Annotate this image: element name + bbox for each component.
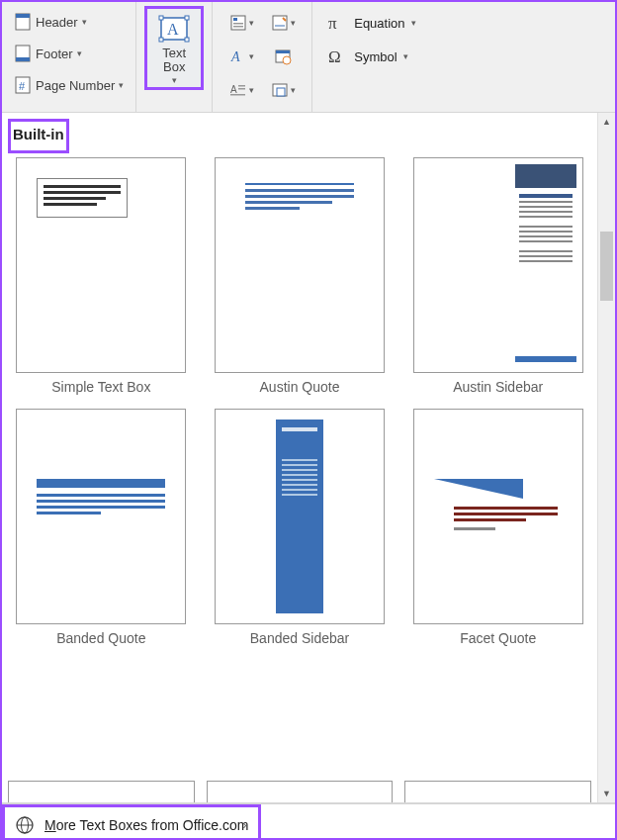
chevron-down-icon: ▾ (172, 75, 177, 85)
header-footer-group: Header ▾ Footer ▾ # Page Number ▾ (2, 2, 136, 112)
chevron-down-icon: ▾ (291, 85, 296, 95)
symbol-icon: Ω (326, 46, 348, 67)
date-time-button[interactable] (262, 40, 304, 73)
text-box-group: A Text Box ▾ (136, 2, 213, 112)
signature-line-button[interactable]: ▾ (262, 6, 304, 40)
menu-label: More Text Boxes from Office.com (44, 817, 248, 833)
svg-rect-13 (233, 18, 237, 21)
page-number-button[interactable]: # Page Number ▾ (10, 69, 128, 101)
chevron-right-icon: › (242, 818, 246, 832)
symbol-label: Symbol (354, 49, 397, 64)
svg-rect-16 (273, 16, 287, 30)
svg-text:π: π (328, 14, 337, 33)
scroll-thumb[interactable] (600, 232, 613, 301)
quick-parts-button[interactable]: ▾ (220, 6, 262, 40)
drop-cap-button[interactable]: A ▾ (220, 73, 262, 107)
equation-button[interactable]: π Equation ▾ (320, 6, 421, 40)
symbols-group: π Equation ▾ Ω Symbol ▾ (312, 2, 429, 112)
page-number-icon: # (14, 76, 32, 94)
equation-label: Equation (354, 16, 404, 31)
svg-rect-24 (230, 94, 245, 96)
header-button[interactable]: Header ▾ (10, 6, 128, 38)
page-number-label: Page Number (36, 78, 115, 93)
object-icon (271, 81, 289, 99)
quick-parts-group: ▾ ▾ A ▾ A ▾ ▾ (213, 2, 312, 112)
tile-caption: Austin Quote (260, 373, 340, 395)
gallery-scrollbar[interactable]: ▲ ▼ (597, 113, 615, 802)
svg-rect-9 (159, 38, 163, 42)
header-icon (14, 13, 32, 31)
text-box-label: Text Box (162, 47, 186, 75)
gallery-area: Built-in Simple Text Box Austin Quote Au… (2, 113, 597, 802)
chevron-down-icon: ▾ (77, 48, 82, 58)
wordart-icon: A (229, 47, 247, 65)
chevron-down-icon: ▾ (403, 51, 408, 61)
svg-rect-23 (238, 88, 245, 90)
chevron-down-icon: ▾ (119, 80, 124, 90)
tile-preview (16, 157, 186, 373)
gallery-footer-menu: More Text Boxes from Office.com › A Draw… (2, 803, 615, 840)
tile-banded-sidebar[interactable]: Banded Sidebar (207, 409, 394, 646)
svg-text:A: A (230, 84, 237, 95)
tile-preview (413, 409, 583, 624)
chevron-down-icon: ▾ (82, 17, 87, 27)
drop-cap-icon: A (229, 81, 247, 99)
tile-preview (215, 409, 385, 624)
header-label: Header (36, 15, 78, 30)
tile-preview (215, 157, 385, 373)
gallery-grid: Simple Text Box Austin Quote Austin Side… (8, 157, 591, 646)
tile-preview (413, 157, 583, 373)
tile-caption: Banded Quote (56, 624, 145, 646)
chevron-down-icon: ▾ (249, 51, 254, 61)
equation-icon: π (326, 12, 348, 34)
wordart-button[interactable]: A ▾ (220, 40, 262, 73)
symbol-button[interactable]: Ω Symbol ▾ (320, 40, 421, 73)
tile-facet-quote[interactable]: Facet Quote (404, 409, 591, 646)
svg-rect-10 (185, 38, 189, 42)
gallery-section-title: Built-in (8, 119, 69, 153)
globe-icon (15, 815, 35, 835)
svg-rect-22 (238, 85, 245, 87)
text-box-icon: A (157, 15, 191, 45)
tile-preview (16, 409, 186, 624)
svg-rect-7 (159, 16, 163, 20)
svg-rect-15 (233, 26, 243, 28)
svg-rect-1 (16, 14, 30, 18)
tile-caption: Banded Sidebar (250, 624, 349, 646)
svg-text:Ω: Ω (328, 47, 341, 66)
more-text-boxes-item[interactable]: More Text Boxes from Office.com › (5, 807, 258, 840)
tile-banded-quote[interactable]: Banded Quote (8, 409, 195, 646)
footer-icon (14, 45, 32, 62)
svg-rect-3 (16, 57, 30, 61)
footer-button[interactable]: Footer ▾ (10, 38, 128, 69)
svg-text:#: # (19, 80, 26, 92)
object-button[interactable]: ▾ (262, 73, 304, 107)
chevron-down-icon: ▾ (291, 18, 296, 28)
date-time-icon (274, 47, 292, 65)
chevron-down-icon: ▾ (249, 18, 254, 28)
text-box-button[interactable]: A Text Box ▾ (144, 6, 204, 90)
svg-point-20 (283, 56, 291, 64)
text-box-gallery-panel: Built-in Simple Text Box Austin Quote Au… (2, 113, 615, 803)
svg-rect-26 (277, 88, 285, 96)
tile-caption: Facet Quote (460, 624, 536, 646)
gallery-row-peek (8, 781, 591, 802)
ribbon-toolbar: Header ▾ Footer ▾ # Page Number ▾ A (2, 2, 615, 113)
scroll-up-button[interactable]: ▲ (598, 113, 615, 131)
quick-parts-icon (229, 14, 247, 32)
footer-label: Footer (36, 47, 73, 61)
tile-simple-text-box[interactable]: Simple Text Box (8, 157, 195, 395)
tile-caption: Simple Text Box (51, 373, 150, 395)
scroll-down-button[interactable]: ▼ (598, 785, 615, 802)
svg-rect-14 (233, 23, 243, 25)
chevron-down-icon: ▾ (411, 18, 416, 28)
signature-icon (271, 14, 289, 32)
svg-text:A: A (230, 49, 240, 64)
svg-rect-8 (185, 16, 189, 20)
tile-austin-quote[interactable]: Austin Quote (207, 157, 394, 395)
tile-austin-sidebar[interactable]: Austin Sidebar (404, 157, 591, 395)
svg-rect-19 (276, 50, 290, 53)
chevron-down-icon: ▾ (249, 85, 254, 95)
tile-caption: Austin Sidebar (453, 373, 543, 395)
svg-text:A: A (167, 21, 179, 38)
